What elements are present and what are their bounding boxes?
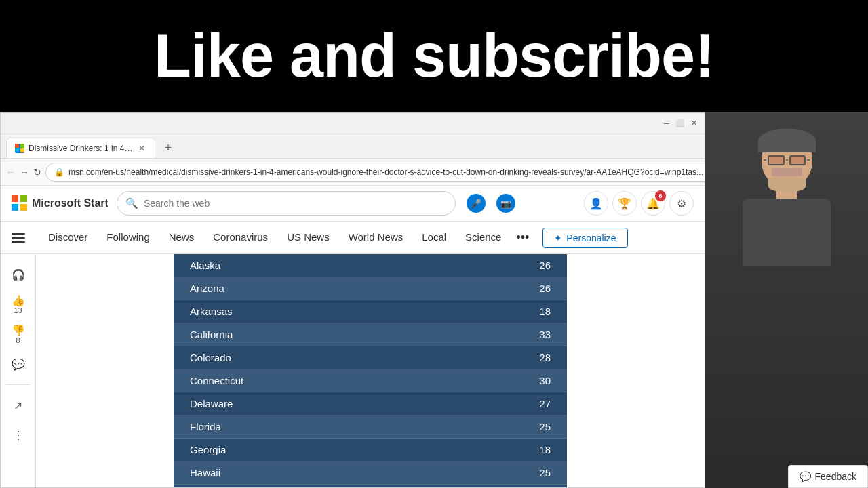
address-bar[interactable]: 🔒 msn.com/en-us/health/medical/dismissiv… [45, 163, 762, 182]
trophy-button[interactable]: 🏆 [612, 191, 637, 216]
close-button[interactable]: ✕ [688, 118, 699, 129]
nav-item-following[interactable]: Following [97, 222, 159, 253]
nav-item-coronavirus[interactable]: Coronavirus [203, 222, 277, 253]
nav-item-us-news[interactable]: US News [277, 222, 339, 253]
personalize-button[interactable]: ✦ Personalize [542, 228, 627, 248]
browser-addressbar: ← → ↻ 🔒 msn.com/en-us/health/medical/dis… [1, 159, 705, 186]
tab-close-button[interactable]: ✕ [137, 144, 146, 153]
settings-button[interactable]: ⚙ [669, 191, 694, 216]
search-bar[interactable]: 🔍 [117, 191, 456, 216]
share-sidebar-button[interactable]: ↗ [6, 393, 31, 418]
header-actions: 👤 🏆 🔔 6 ⚙ [584, 191, 694, 216]
browser-window: ─ ⬜ ✕ Dismissive Drinkers: 1 in 4 Ame...… [0, 112, 705, 488]
state-value: 33 [434, 323, 567, 346]
comment-sidebar-button[interactable]: 💬 [6, 352, 31, 376]
state-name: Georgia [174, 439, 434, 462]
more-options-icon: ⋮ [13, 429, 24, 442]
tab-favicon [15, 144, 24, 153]
state-value: 18 [434, 439, 567, 462]
nav-item-news[interactable]: News [159, 222, 204, 253]
notifications-button[interactable]: 🔔 6 [641, 191, 665, 216]
reload-button[interactable]: ↻ [33, 163, 41, 182]
msn-logo[interactable]: Microsoft Start [12, 195, 108, 211]
msn-navigation: Discover Following News Coronavirus US N… [1, 222, 705, 254]
state-data-table: Alaska 26 Arizona 26 Arkansas 18 Califor… [174, 254, 567, 487]
state-value: 26 [434, 254, 567, 277]
table-row: Connecticut 30 [174, 369, 567, 392]
star-personalize-icon: ✦ [554, 232, 562, 243]
page-content: Microsoft Start 🔍 🎤 📷 👤 🏆 🔔 6 [1, 186, 705, 487]
state-value: 25 [434, 462, 567, 485]
table-row: Delaware 27 [174, 392, 567, 415]
table-row: Hawaii 25 [174, 462, 567, 485]
state-value: 50 [434, 485, 567, 488]
main-layout: 🎧 👍 13 👎 8 💬 ↗ ⋮ [1, 254, 705, 487]
state-name: Hawaii [174, 462, 434, 485]
person-head [762, 132, 812, 186]
webcam-feed [705, 112, 868, 488]
thumbs-up-icon: 👍 [12, 294, 25, 307]
notification-badge: 6 [655, 190, 666, 201]
window-controls: ─ ⬜ ✕ [661, 118, 699, 129]
ham-line-1 [12, 233, 25, 235]
address-text: msn.com/en-us/health/medical/dismissive-… [68, 167, 703, 177]
person-figure [743, 132, 831, 266]
table-row: Arkansas 18 [174, 300, 567, 323]
state-value: 25 [434, 415, 567, 439]
restore-button[interactable]: ⬜ [675, 118, 686, 129]
table-row: Alaska 26 [174, 254, 567, 277]
browser-tabbar: Dismissive Drinkers: 1 in 4 Ame... ✕ + [1, 134, 705, 159]
more-sidebar-button[interactable]: ⋮ [6, 423, 31, 447]
table-row: Colorado 28 [174, 346, 567, 369]
like-sidebar-button[interactable]: 👍 13 [6, 292, 31, 317]
audio-sidebar-button[interactable]: 🎧 [6, 262, 31, 287]
tab-title: Dismissive Drinkers: 1 in 4 Ame... [28, 144, 133, 153]
new-tab-button[interactable]: + [158, 138, 178, 158]
microsoft-logo [12, 195, 28, 211]
state-name: Delaware [174, 392, 434, 415]
nav-item-world-news[interactable]: World News [339, 222, 413, 253]
table-row: California 33 [174, 323, 567, 346]
search-input[interactable] [144, 198, 447, 209]
state-name: Idaho [174, 485, 434, 488]
state-name: Connecticut [174, 369, 434, 392]
ham-line-3 [12, 241, 25, 243]
state-value: 26 [434, 277, 567, 300]
dislike-count: 8 [16, 337, 20, 344]
ham-line-2 [12, 237, 25, 239]
minimize-button[interactable]: ─ [661, 118, 672, 129]
state-value: 30 [434, 369, 567, 392]
state-name: Colorado [174, 346, 434, 369]
profile-icon-button[interactable]: 👤 [584, 191, 608, 216]
table-row: Arizona 26 [174, 277, 567, 300]
feedback-icon: 💬 [800, 471, 811, 482]
feedback-button[interactable]: 💬 Feedback [788, 465, 868, 488]
back-button[interactable]: ← [6, 163, 16, 182]
user-icon: 👤 [589, 197, 603, 210]
state-value: 18 [434, 300, 567, 323]
search-icon: 🔍 [125, 197, 138, 209]
nav-item-local[interactable]: Local [412, 222, 456, 253]
forward-button[interactable]: → [20, 163, 29, 182]
table-row: Florida 25 [174, 415, 567, 439]
nav-item-science[interactable]: Science [456, 222, 511, 253]
trophy-icon: 🏆 [618, 197, 631, 210]
state-name: Alaska [174, 254, 434, 277]
overlay-text: Like and subscribe! [154, 21, 714, 91]
msn-logo-text: Microsoft Start [32, 197, 108, 209]
camera-button[interactable]: 📷 [496, 194, 515, 213]
table-row: Georgia 18 [174, 439, 567, 462]
browser-titlebar: ─ ⬜ ✕ [1, 113, 705, 134]
state-name: Florida [174, 415, 434, 439]
left-sidebar: 🎧 👍 13 👎 8 💬 ↗ ⋮ [1, 254, 36, 487]
hamburger-menu-button[interactable] [12, 227, 33, 249]
nav-more-button[interactable]: ••• [511, 222, 534, 253]
webcam-panel: 💬 Feedback [705, 112, 868, 488]
nav-item-discover[interactable]: Discover [39, 222, 97, 253]
mic-button[interactable]: 🎤 [467, 194, 486, 213]
sidebar-divider [6, 384, 31, 385]
share-icon: ↗ [14, 399, 22, 412]
dislike-sidebar-button[interactable]: 👎 8 [6, 322, 31, 346]
browser-tab-active[interactable]: Dismissive Drinkers: 1 in 4 Ame... ✕ [6, 138, 155, 158]
state-value: 27 [434, 392, 567, 415]
